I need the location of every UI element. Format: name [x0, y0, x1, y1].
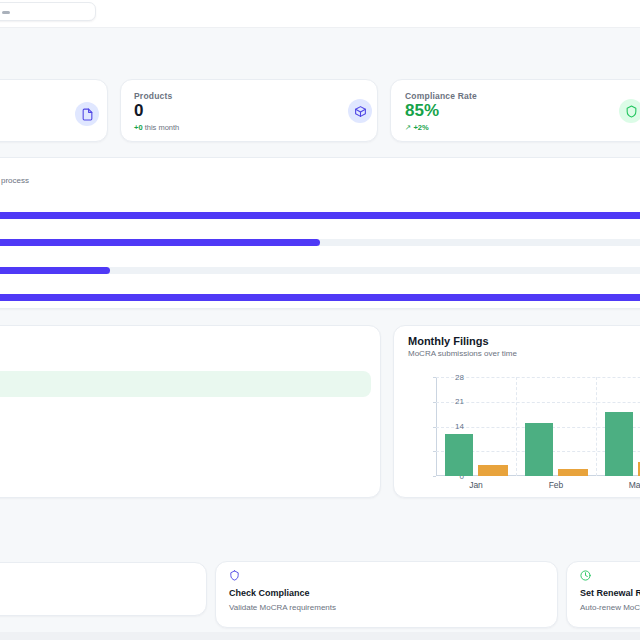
trend-up-icon: ↗: [405, 123, 411, 132]
x-tick-label: Feb: [516, 480, 596, 490]
chart-subtitle: MoCRA submissions over time: [408, 349, 517, 358]
progress-bar: [0, 239, 640, 246]
bar-orange-jan: [478, 465, 508, 476]
shield-icon: [619, 99, 640, 123]
stat-card-products: Products 0 +0 this month: [120, 79, 378, 142]
action-card-check-compliance[interactable]: Check Compliance Validate MoCRA requirem…: [215, 561, 558, 628]
action-title: Check Compliance: [229, 588, 310, 598]
compliance-delta: ↗ +2%: [405, 123, 429, 132]
highlight-row[interactable]: [0, 371, 371, 397]
chart-title: Monthly Filings: [408, 335, 489, 347]
bar-orange-feb: [558, 469, 588, 476]
footer-strip: [0, 632, 640, 640]
y-tick-label: 28: [434, 373, 464, 382]
products-value: 0: [134, 101, 143, 121]
compliance-value: 85%: [405, 101, 439, 121]
gridline: [596, 377, 597, 476]
status-list-card: [0, 325, 381, 498]
progress-bar: [0, 212, 640, 219]
nav-pill-button[interactable]: [0, 2, 96, 21]
progress-section-subtitle: process: [1, 176, 29, 185]
action-card-set-renewal[interactable]: Set Renewal Reminders Auto-renew MoCRA f…: [566, 561, 640, 628]
action-subtitle: Validate MoCRA requirements: [229, 603, 336, 612]
products-label: Products: [134, 91, 172, 101]
bar-green-jan: [445, 434, 473, 476]
action-title: Set Renewal Reminders: [580, 588, 640, 598]
bar-green-feb: [525, 423, 553, 476]
file-icon: [75, 102, 99, 126]
gridline: [436, 402, 640, 403]
x-tick-label: Mar: [596, 480, 640, 490]
action-card-cutoff[interactable]: [0, 562, 207, 616]
top-navbar: [0, 0, 640, 28]
nav-pill-truncated-label: [2, 11, 10, 14]
shield-check-icon: [229, 570, 240, 581]
monthly-filings-card: Monthly Filings MoCRA submissions over t…: [393, 325, 640, 498]
compliance-label: Compliance Rate: [405, 91, 477, 101]
y-tick-label: 14: [434, 422, 464, 431]
package-icon: [348, 99, 372, 123]
action-subtitle: Auto-renew MoCRA filings: [580, 603, 640, 612]
progress-bar: [0, 294, 640, 301]
stat-card-compliance: Compliance Rate 85% ↗ +2%: [390, 79, 640, 142]
y-tick-label: 21: [434, 397, 464, 406]
products-delta: +0 this month: [134, 123, 179, 132]
x-tick-label: Jan: [436, 480, 516, 490]
stat-card-cutoff: [0, 79, 108, 142]
bar-chart: 07142128JanFebMar: [436, 377, 640, 476]
progress-bar: [0, 267, 640, 274]
clock-icon: [580, 570, 591, 581]
gridline: [436, 377, 640, 378]
bar-green-mar: [605, 412, 633, 476]
gridline: [516, 377, 517, 476]
progress-section-card: process: [0, 157, 640, 309]
